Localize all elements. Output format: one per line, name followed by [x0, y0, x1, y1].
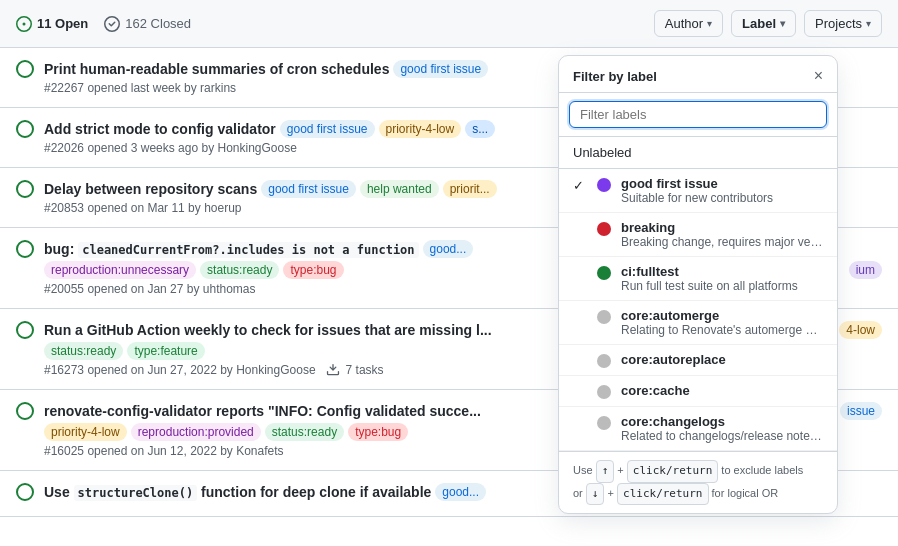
- open-issue-icon: [16, 402, 34, 420]
- kbd-click-return-or: click/return: [617, 483, 708, 506]
- dropdown-footer: Use ↑ + click/return to exclude labels o…: [559, 451, 837, 513]
- label-tag[interactable]: reproduction:provided: [131, 423, 261, 441]
- projects-button[interactable]: Projects ▾: [804, 10, 882, 37]
- closed-issue-icon: [104, 16, 120, 32]
- list-item[interactable]: ci:fulltest Run full test suite on all p…: [559, 257, 837, 301]
- label-info: core:autoreplace: [621, 352, 823, 367]
- open-issue-icon: [16, 321, 34, 339]
- label-info: core:cache: [621, 383, 823, 398]
- label-tag[interactable]: 4-low: [839, 321, 882, 339]
- closed-count[interactable]: 162 Closed: [104, 16, 191, 32]
- label-tag[interactable]: s...: [465, 120, 495, 138]
- label-tag[interactable]: status:ready: [200, 261, 279, 279]
- filter-input-wrap: [559, 93, 837, 137]
- list-item[interactable]: core:cache: [559, 376, 837, 407]
- label-info: ci:fulltest Run full test suite on all p…: [621, 264, 823, 293]
- projects-chevron-icon: ▾: [866, 18, 871, 29]
- label-tag[interactable]: good...: [423, 240, 474, 258]
- label-color-dot: [597, 354, 611, 368]
- header-actions: Author ▾ Label ▾ Projects ▾: [654, 10, 882, 37]
- label-chevron-icon: ▾: [780, 18, 785, 29]
- label-tag[interactable]: ium: [849, 261, 882, 279]
- open-issue-icon: [16, 16, 32, 32]
- author-button[interactable]: Author ▾: [654, 10, 723, 37]
- open-count[interactable]: 11 Open: [16, 16, 88, 32]
- label-tag[interactable]: status:ready: [44, 342, 123, 360]
- open-issue-icon: [16, 180, 34, 198]
- label-tag[interactable]: status:ready: [265, 423, 344, 441]
- label-filter-input[interactable]: [569, 101, 827, 128]
- issue-header: 11 Open 162 Closed Author ▾ Label ▾ Proj…: [0, 0, 898, 48]
- list-item[interactable]: core:changelogs Related to changelogs/re…: [559, 407, 837, 451]
- kbd-click-return: click/return: [627, 460, 718, 483]
- open-issue-icon: [16, 483, 34, 501]
- label-filter-dropdown: Filter by label × Unlabeled ✓ good first…: [558, 55, 838, 514]
- label-tag[interactable]: type:bug: [348, 423, 408, 441]
- list-item[interactable]: core:automerge Relating to Renovate's au…: [559, 301, 837, 345]
- label-tag[interactable]: good...: [435, 483, 486, 501]
- issue-title[interactable]: renovate-config-validator reports "INFO:…: [44, 403, 481, 419]
- label-color-dot: [597, 266, 611, 280]
- label-tag[interactable]: reproduction:unnecessary: [44, 261, 196, 279]
- label-tag[interactable]: type:bug: [283, 261, 343, 279]
- list-item[interactable]: breaking Breaking change, requires major…: [559, 213, 837, 257]
- label-info: breaking Breaking change, requires major…: [621, 220, 823, 249]
- label-color-dot: [597, 178, 611, 192]
- author-chevron-icon: ▾: [707, 18, 712, 29]
- unlabeled-option[interactable]: Unlabeled: [559, 137, 837, 169]
- label-button[interactable]: Label ▾: [731, 10, 796, 37]
- label-info: core:automerge Relating to Renovate's au…: [621, 308, 823, 337]
- open-issue-icon: [16, 60, 34, 78]
- list-item[interactable]: ✓ good first issue Suitable for new cont…: [559, 169, 837, 213]
- open-issue-icon: [16, 120, 34, 138]
- checkmark-icon: ✓: [573, 178, 587, 193]
- dropdown-header: Filter by label ×: [559, 56, 837, 93]
- label-color-dot: [597, 416, 611, 430]
- label-tag[interactable]: issue: [840, 402, 882, 420]
- issue-title[interactable]: Run a GitHub Action weekly to check for …: [44, 322, 492, 338]
- issue-title[interactable]: Add strict mode to config validator: [44, 121, 276, 137]
- kbd-exclude: ↑: [596, 460, 615, 483]
- label-tag[interactable]: priority-4-low: [44, 423, 127, 441]
- label-color-dot: [597, 310, 611, 324]
- label-tag[interactable]: good first issue: [393, 60, 488, 78]
- issue-title[interactable]: Delay between repository scans: [44, 181, 257, 197]
- issue-title[interactable]: bug: cleanedCurrentFrom?.includes is not…: [44, 241, 419, 257]
- tasks-icon: [326, 363, 340, 377]
- close-button[interactable]: ×: [814, 68, 823, 84]
- issue-title[interactable]: Print human-readable summaries of cron s…: [44, 61, 389, 77]
- label-info: good first issue Suitable for new contri…: [621, 176, 823, 205]
- label-tag[interactable]: good first issue: [261, 180, 356, 198]
- issue-counts: 11 Open 162 Closed: [16, 16, 191, 32]
- label-tag[interactable]: type:feature: [127, 342, 204, 360]
- dropdown-label-list: Unlabeled ✓ good first issue Suitable fo…: [559, 137, 837, 451]
- kbd-or: ↓: [586, 483, 605, 506]
- label-color-dot: [597, 222, 611, 236]
- open-issue-icon: [16, 240, 34, 258]
- label-info: core:changelogs Related to changelogs/re…: [621, 414, 823, 443]
- label-tag[interactable]: priorit...: [443, 180, 497, 198]
- label-tag[interactable]: priority-4-low: [379, 120, 462, 138]
- issue-title[interactable]: Use structureClone() function for deep c…: [44, 484, 431, 500]
- list-item[interactable]: core:autoreplace: [559, 345, 837, 376]
- label-tag[interactable]: help wanted: [360, 180, 439, 198]
- label-tag[interactable]: good first issue: [280, 120, 375, 138]
- label-color-dot: [597, 385, 611, 399]
